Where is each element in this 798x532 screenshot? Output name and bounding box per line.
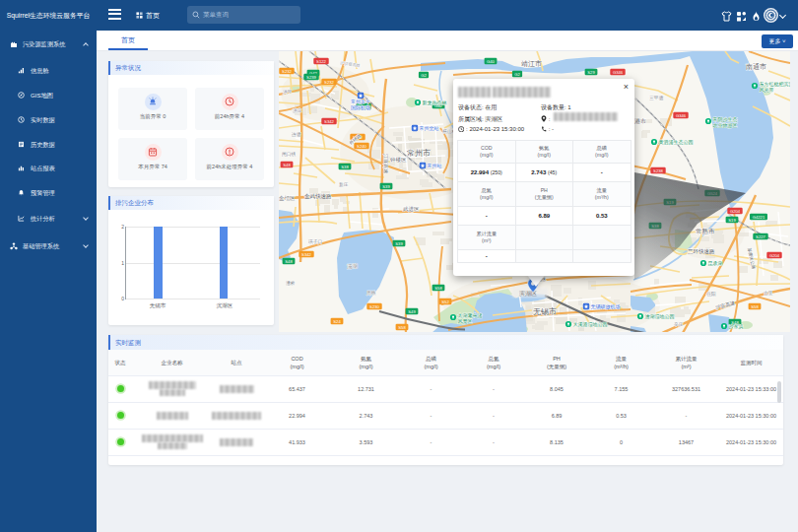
svg-text:辛庄: 辛庄	[674, 321, 684, 327]
svg-text:S52: S52	[441, 299, 449, 304]
svg-text:无锡市: 无锡市	[533, 307, 557, 316]
svg-text:S239: S239	[306, 75, 316, 80]
svg-text:S238: S238	[653, 168, 663, 173]
svg-text:G4221: G4221	[753, 215, 765, 220]
svg-text:S39: S39	[395, 241, 403, 246]
svg-text:滆湖: 滆湖	[347, 263, 358, 270]
svg-text:常熟市: 常熟市	[696, 228, 715, 235]
svg-text:S232: S232	[324, 80, 334, 85]
svg-text:靖江市: 靖江市	[521, 59, 542, 68]
svg-text:大溪港湿地公园: 大溪港湿地公园	[573, 321, 608, 328]
svg-text:新庄: 新庄	[339, 181, 349, 187]
svg-text:三环快速路: 三环快速路	[688, 248, 715, 254]
svg-text:常州市: 常州市	[407, 149, 431, 158]
svg-text:江宜高速: 江宜高速	[382, 154, 389, 173]
svg-text:S232: S232	[282, 69, 292, 74]
svg-text:S49: S49	[408, 309, 416, 314]
svg-text:三甲塘: 三甲塘	[649, 95, 664, 101]
svg-text:S29: S29	[587, 70, 595, 75]
svg-text:G204: G204	[730, 209, 741, 214]
svg-text:S48: S48	[285, 259, 293, 264]
svg-text:漕湖湿地公园: 漕湖湿地公园	[645, 313, 675, 320]
svg-text:S38: S38	[341, 165, 349, 169]
svg-text:金坛区: 金坛区	[279, 195, 296, 201]
svg-text:S230: S230	[369, 304, 379, 309]
svg-text:风景区: 风景区	[458, 318, 473, 324]
svg-text:G204: G204	[769, 253, 780, 258]
svg-text:钟楼区: 钟楼区	[389, 157, 407, 163]
svg-text:洪庄: 洪庄	[293, 107, 302, 113]
svg-text:无锡硕放机场: 无锡硕放机场	[591, 303, 621, 310]
svg-text:新龙生态林: 新龙生态林	[423, 100, 447, 105]
svg-text:S122: S122	[316, 59, 326, 64]
svg-text:武进区: 武进区	[403, 206, 420, 213]
svg-text:沙家浜: 沙家浜	[729, 323, 744, 330]
svg-text:G2: G2	[514, 72, 520, 77]
svg-text:金武快速路: 金武快速路	[304, 193, 332, 199]
svg-text:S342: S342	[301, 252, 311, 257]
svg-text:风光带: 风光带	[760, 87, 774, 94]
svg-text:G40: G40	[487, 59, 496, 64]
svg-text:昆承湖: 昆承湖	[708, 260, 723, 267]
svg-text:S24: S24	[333, 319, 341, 324]
svg-text:S58: S58	[398, 325, 406, 330]
svg-text:G346: G346	[613, 70, 624, 75]
svg-text:港市: 港市	[634, 117, 646, 125]
svg-text:G346: G346	[676, 113, 687, 118]
svg-text:连塘: 连塘	[292, 131, 301, 138]
svg-text:S48: S48	[283, 163, 291, 167]
svg-text:农业旅游区: 农业旅游区	[713, 122, 738, 129]
svg-text:S227: S227	[756, 234, 765, 239]
svg-text:洪甲: 洪甲	[283, 90, 293, 95]
svg-text:国际机场: 国际机场	[351, 104, 370, 111]
svg-text:S58: S58	[751, 304, 759, 309]
svg-text:黄泗浦生态公园: 黄泗浦生态公园	[659, 139, 694, 146]
svg-text:S240: S240	[357, 144, 366, 149]
svg-text:周铁: 周铁	[366, 290, 376, 296]
svg-text:S58: S58	[434, 286, 442, 291]
svg-text:S342: S342	[324, 119, 334, 124]
svg-text:常州站: 常州站	[428, 163, 442, 168]
svg-text:G2: G2	[421, 73, 427, 78]
svg-text:S39: S39	[382, 184, 390, 189]
svg-text:S19: S19	[728, 218, 736, 223]
svg-text:南通市: 南通市	[746, 62, 766, 70]
svg-text:常州北站: 常州北站	[420, 125, 439, 132]
